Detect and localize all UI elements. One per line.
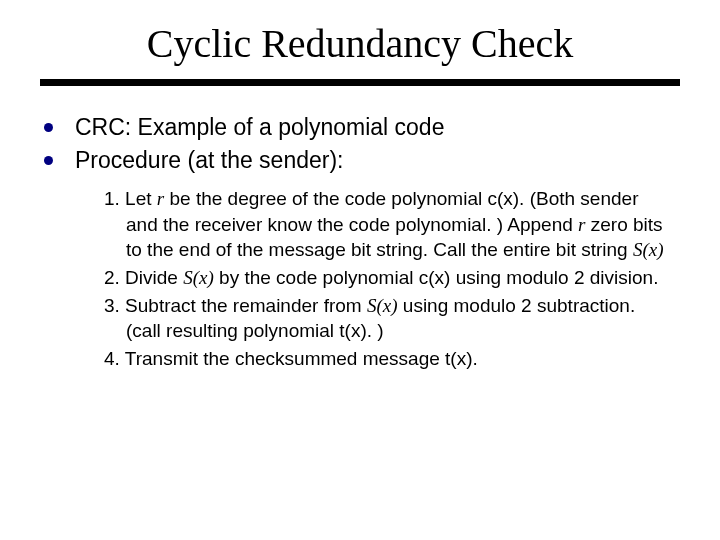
numbered-item: 4. Transmit the checksummed message t(x)… (104, 346, 674, 372)
italic-var: S(x) (633, 239, 664, 260)
text-run: by the code polynomial c(x) using modulo… (214, 267, 659, 288)
text-run: 3. Subtract the remainder from (104, 295, 367, 316)
bullet-text: CRC: Example of a polynomial code (75, 112, 444, 143)
bullet-list: CRC: Example of a polynomial code Proced… (40, 112, 680, 176)
bullet-text: Procedure (at the sender): (75, 145, 343, 176)
text-run: 4. Transmit the checksummed message t(x)… (104, 348, 478, 369)
numbered-item: 3. Subtract the remainder from S(x) usin… (104, 293, 674, 344)
italic-var: S(x) (367, 295, 398, 316)
bullet-item: CRC: Example of a polynomial code (40, 112, 680, 143)
bullet-icon (44, 156, 53, 165)
numbered-item: 1. Let r be the degree of the code polyn… (104, 186, 674, 263)
text-run: 2. Divide (104, 267, 183, 288)
slide-title: Cyclic Redundancy Check (40, 20, 680, 67)
horizontal-rule (40, 79, 680, 86)
bullet-icon (44, 123, 53, 132)
italic-var: S(x) (183, 267, 214, 288)
numbered-item: 2. Divide S(x) by the code polynomial c(… (104, 265, 674, 291)
text-run: 1. Let (104, 188, 157, 209)
numbered-list: 1. Let r be the degree of the code polyn… (40, 186, 680, 371)
text-run: be the degree of the code polynomial c(x… (126, 188, 638, 235)
bullet-item: Procedure (at the sender): (40, 145, 680, 176)
